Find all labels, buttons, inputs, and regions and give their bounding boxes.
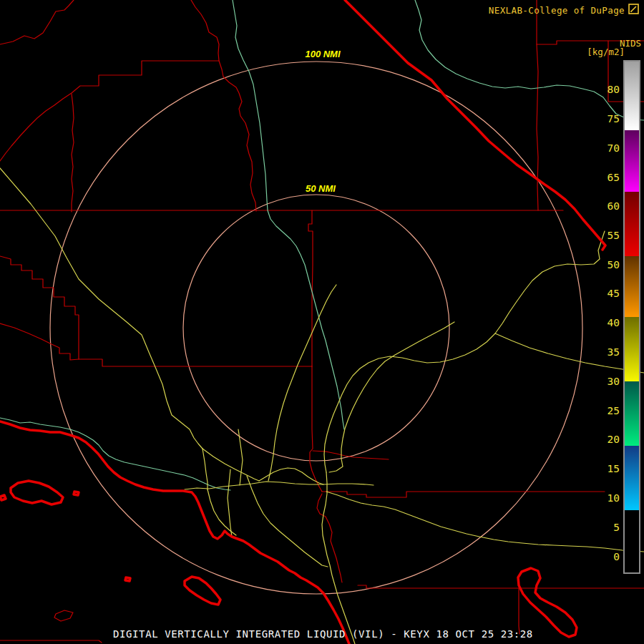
county-lines-line: [322, 492, 605, 497]
highways-layer: [0, 168, 644, 644]
county-lines-line: [308, 210, 313, 366]
colorbar-tick-label: 80: [608, 83, 620, 96]
radar-display: NEXLAB-College of DuPage NIDS [kg/m2] DI…: [0, 0, 644, 644]
highways-line: [495, 333, 644, 373]
units-label: [kg/m2]: [587, 47, 625, 57]
colorbar-tick-label: 5: [613, 521, 620, 534]
county-lines-line: [0, 640, 102, 643]
highways-line: [203, 449, 259, 481]
colorbar: [623, 60, 640, 574]
interstates-coastline-layer: [0, 0, 605, 644]
interstates-coastline-line: [185, 577, 220, 605]
colorbar-band: [625, 446, 639, 510]
county-lines-line: [54, 610, 73, 621]
range-ring: [50, 62, 582, 594]
colorbar-tick-label: 50: [608, 258, 620, 271]
colorbar-band: [625, 62, 639, 130]
interstates-coastline-line: [345, 0, 605, 250]
highways-line: [326, 492, 644, 552]
interstates-coastline-line: [0, 495, 6, 500]
highways-line: [185, 482, 374, 489]
colorbar-tick-label: 15: [608, 462, 620, 475]
county-lines-line: [219, 61, 256, 211]
colorbar-band: [625, 256, 639, 317]
colorbar-band: [625, 510, 639, 572]
range-ring: [183, 195, 449, 461]
range-ring-label: 100 NMI: [302, 49, 343, 59]
county-lines-line: [358, 585, 644, 588]
colorbar-tick-label: 0: [613, 550, 620, 563]
interstates-coastline-line: [11, 481, 63, 504]
county-lines-line: [0, 0, 74, 44]
colorbar-tick-label: 20: [608, 433, 620, 446]
highways-line: [324, 231, 605, 472]
highways-line: [228, 469, 232, 537]
rivers-line: [233, 0, 344, 429]
colorbar-tick-label: 70: [608, 142, 620, 155]
interstates-coastline-line: [74, 492, 79, 495]
colorbar-tick-label: 45: [608, 287, 620, 300]
colorbar-band: [625, 192, 639, 256]
colorbar-tick-label: 75: [608, 112, 620, 125]
county-lines-line: [0, 256, 312, 366]
colorbar-band: [625, 317, 639, 381]
interstates-coastline-line: [518, 568, 577, 637]
highways-line: [329, 322, 454, 472]
brand-label: NEXLAB-College of DuPage: [489, 5, 625, 16]
county-lines-line: [310, 366, 322, 492]
range-ring-label: 50 NMI: [303, 183, 338, 194]
colorbar-tick-label: 30: [608, 375, 620, 388]
rivers-layer: [0, 0, 644, 490]
interstates-coastline-line: [0, 421, 349, 644]
colorbar-band: [625, 381, 639, 446]
colorbar-tick-label: 60: [608, 200, 620, 213]
colorbar-tick-label: 10: [608, 492, 620, 504]
colorbar-tick-label: 25: [608, 404, 620, 417]
colorbar-tick-label: 65: [608, 171, 620, 184]
county-lines-line: [72, 94, 74, 212]
highways-line: [208, 489, 236, 535]
county-lines-line: [317, 494, 342, 582]
header: NEXLAB-College of DuPage: [489, 4, 639, 16]
county-lines-line: [0, 323, 79, 360]
colorbar-tick-label: 55: [608, 229, 620, 242]
colorbar-band: [625, 130, 639, 192]
colorbar-tick-label: 35: [608, 346, 620, 358]
product-title: DIGITAL VERTICALLY INTEGRATED LIQUID (VI…: [113, 628, 533, 640]
county-lines-layer: [0, 0, 644, 643]
interstates-coastline-line: [125, 577, 130, 581]
radar-map-svg: [0, 0, 644, 644]
external-link-icon: [628, 4, 639, 16]
colorbar-tick-label: 40: [608, 316, 620, 329]
rivers-line: [0, 418, 230, 490]
county-lines-line: [519, 588, 519, 634]
county-lines-line: [0, 0, 219, 161]
